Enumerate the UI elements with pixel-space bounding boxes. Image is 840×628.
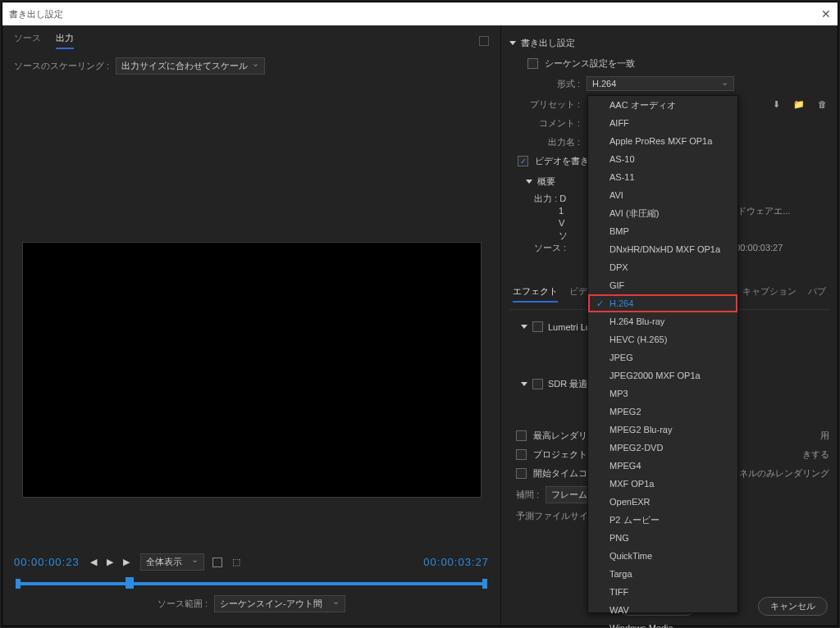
range-slider[interactable] (16, 582, 487, 585)
left-pane: ソース 出力 ソースのスケーリング : 出力サイズに合わせてスケール 00:00… (2, 25, 501, 626)
format-option[interactable]: Apple ProRes MXF OP1a (588, 132, 737, 150)
match-sequence-label: シーケンス設定を一致 (545, 57, 635, 70)
format-option[interactable]: MPEG2-DVD (588, 439, 737, 457)
max-render-checkbox[interactable] (516, 430, 527, 441)
comment-label: コメント : (527, 117, 580, 130)
sdr-checkbox[interactable] (532, 379, 543, 389)
titlebar: 書き出し設定 ✕ (2, 2, 838, 25)
scale-label: ソースのスケーリング : (14, 60, 109, 72)
start-timecode-checkbox[interactable] (516, 468, 527, 479)
format-option[interactable]: JPEG (588, 348, 737, 366)
cancel-button[interactable]: キャンセル (758, 597, 828, 616)
est-size-label: 予測ファイルサイズ (516, 510, 597, 522)
format-option[interactable]: Windows Media (588, 619, 737, 628)
lumetri-checkbox[interactable] (532, 321, 543, 332)
format-option[interactable]: QuickTime (588, 547, 737, 565)
save-preset-icon[interactable]: ⬇ (769, 98, 783, 111)
format-option[interactable]: OpenEXR (588, 493, 737, 511)
format-option[interactable]: H.264 (588, 294, 737, 312)
format-option[interactable]: P2 ムービー (588, 511, 737, 529)
aspect-icon[interactable] (212, 557, 222, 567)
close-icon[interactable]: ✕ (821, 7, 831, 20)
tab-caption[interactable]: キャプション (742, 285, 797, 303)
format-option[interactable]: HEVC (H.265) (588, 330, 737, 348)
format-option[interactable]: H.264 Blu-ray (588, 312, 737, 330)
format-option[interactable]: WAV (588, 601, 737, 619)
delete-preset-icon[interactable]: 🗑 (815, 98, 829, 111)
source-range-select[interactable]: シーケンスイン-アウト間 (214, 595, 345, 612)
source-range-label: ソース範囲 : (158, 598, 208, 610)
chevron-down-icon[interactable] (521, 382, 527, 386)
format-option[interactable]: DPX (588, 258, 737, 276)
format-select[interactable]: H.264 (587, 76, 734, 91)
play-icon[interactable]: ▶ (104, 557, 116, 568)
playhead-handle[interactable] (126, 577, 134, 589)
format-option[interactable]: AAC オーディオ (588, 96, 737, 114)
tab-effects[interactable]: エフェクト (513, 285, 558, 303)
format-option[interactable]: PNG (588, 529, 737, 547)
format-option[interactable]: MPEG4 (588, 457, 737, 475)
format-option[interactable]: AIFF (588, 114, 737, 132)
chevron-down-icon[interactable] (526, 180, 532, 184)
format-option[interactable]: MPEG2 Blu-ray (588, 421, 737, 439)
crop-icon[interactable]: ⬚ (231, 557, 242, 568)
fit-button[interactable] (479, 36, 489, 46)
window-title: 書き出し設定 (9, 8, 63, 20)
timecode-in[interactable]: 00:00:00:23 (14, 556, 80, 568)
timecode-out: 00:00:03:27 (423, 556, 489, 568)
preview-area (2, 80, 500, 545)
format-option[interactable]: TIFF (588, 583, 737, 601)
format-option[interactable]: DNxHR/DNxHD MXF OP1a (588, 240, 737, 258)
import-project-checkbox[interactable] (516, 449, 527, 460)
format-option[interactable]: AS-10 (588, 150, 737, 168)
chevron-down-icon[interactable] (521, 325, 527, 329)
format-option[interactable]: BMP (588, 222, 737, 240)
export-video-checkbox[interactable] (518, 156, 528, 166)
timeline-controls: 00:00:00:23 ◀ ▶ ▶ 全体表示 ⬚ 00:00:03:27 (2, 545, 500, 626)
preset-label: プリセット : (527, 98, 580, 111)
format-option[interactable]: JPEG2000 MXF OP1a (588, 366, 737, 385)
next-frame-icon[interactable]: ▶ (121, 557, 132, 568)
chevron-down-icon[interactable] (509, 41, 516, 45)
tab-publish[interactable]: パブ (808, 285, 826, 303)
interp-label: 補間 : (516, 489, 539, 501)
zoom-select[interactable]: 全体表示 (140, 553, 204, 571)
range-fill (16, 582, 487, 585)
format-option[interactable]: Targa (588, 565, 737, 583)
format-option[interactable]: MPEG2 (588, 403, 737, 421)
tab-source[interactable]: ソース (14, 32, 41, 49)
format-label: 形式 : (527, 78, 580, 90)
import-preset-icon[interactable]: 📁 (792, 98, 806, 111)
format-option[interactable]: AVI (非圧縮) (588, 204, 737, 222)
format-option[interactable]: AS-11 (588, 168, 737, 186)
output-name-label: 出力名 : (527, 136, 580, 148)
preview-canvas (22, 242, 482, 498)
tab-output[interactable]: 出力 (56, 32, 74, 49)
format-option[interactable]: MXF OP1a (588, 475, 737, 493)
source-output-tabs: ソース 出力 (2, 25, 500, 52)
format-option[interactable]: MP3 (588, 385, 737, 403)
range-start-handle[interactable] (16, 579, 21, 589)
format-dropdown[interactable]: AAC オーディオAIFFApple ProRes MXF OP1aAS-10A… (587, 95, 738, 613)
export-settings-header[interactable]: 書き出し設定 (509, 32, 829, 54)
format-option[interactable]: AVI (588, 186, 737, 204)
prev-frame-icon[interactable]: ◀ (88, 557, 99, 568)
range-end-handle[interactable] (482, 579, 487, 589)
format-option[interactable]: GIF (588, 276, 737, 294)
scale-select[interactable]: 出力サイズに合わせてスケール (116, 57, 265, 75)
match-sequence-checkbox[interactable] (527, 58, 538, 69)
export-video-label: ビデオを書き (535, 155, 589, 167)
